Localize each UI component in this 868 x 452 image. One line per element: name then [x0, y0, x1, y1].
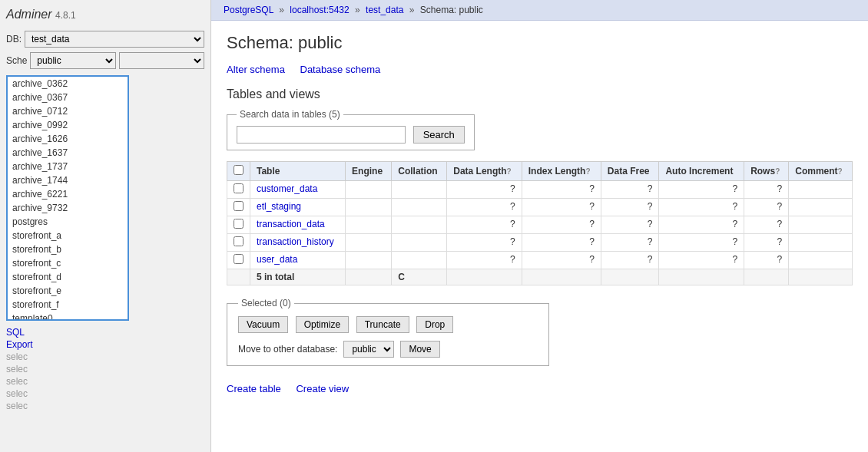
schema-label: Sche: [6, 55, 27, 66]
col-data-free: Data Free: [601, 162, 659, 181]
selected-buttons: Vacuum Optimize Truncate Drop: [238, 316, 538, 333]
dropdown-item[interactable]: archive_0362: [8, 77, 128, 91]
table-link[interactable]: transaction_history: [257, 236, 334, 247]
dropdown-item[interactable]: archive_1744: [8, 173, 128, 187]
database-dropdown[interactable]: archive_0362 archive_0367 archive_0712 a…: [6, 75, 129, 321]
move-button[interactable]: Move: [400, 341, 439, 358]
drop-button[interactable]: Drop: [416, 316, 453, 333]
dropdown-item[interactable]: archive_6221: [8, 187, 128, 201]
app-title: Adminer 4.8.1: [6, 8, 204, 21]
dropdown-item[interactable]: storefront_a: [8, 229, 128, 242]
col-data-length: Data Length?: [447, 162, 522, 181]
footer-links: Create table Create view: [227, 383, 853, 394]
col-rows: Rows?: [744, 162, 789, 181]
row-checkbox[interactable]: [234, 254, 244, 264]
create-table-link[interactable]: Create table: [227, 383, 281, 394]
dropdown-item[interactable]: template0: [8, 312, 128, 319]
breadcrumb-postgresql[interactable]: PostgreSQL: [224, 5, 273, 15]
row-checkbox[interactable]: [234, 219, 244, 229]
row-checkbox[interactable]: [234, 183, 244, 193]
action-links: Alter schema Database schema: [227, 64, 853, 75]
breadcrumb: PostgreSQL » localhost:5432 » test_data …: [211, 0, 868, 21]
row-checkbox[interactable]: [234, 236, 244, 246]
dropdown-item[interactable]: archive_1637: [8, 146, 128, 160]
dropdown-item[interactable]: archive_1737: [8, 160, 128, 173]
table-row: transaction_data ? ? ? ? ?: [227, 216, 853, 234]
dropdown-item[interactable]: storefront_e: [8, 284, 128, 298]
sidebar-links: SQL Export selec selec selec selec selec: [6, 327, 204, 411]
total-collation: C: [392, 269, 447, 285]
schema-select[interactable]: public: [30, 52, 115, 69]
schema-select2[interactable]: [119, 52, 204, 69]
export-link[interactable]: Export: [6, 339, 204, 350]
table-link[interactable]: transaction_data: [257, 219, 325, 229]
database-schema-link[interactable]: Database schema: [300, 64, 381, 75]
total-row: 5 in total C: [227, 269, 853, 285]
create-view-link[interactable]: Create view: [296, 383, 349, 394]
search-legend: Search data in tables (5): [237, 109, 343, 120]
dropdown-item[interactable]: archive_0367: [8, 91, 128, 104]
vacuum-button[interactable]: Vacuum: [238, 316, 288, 333]
table-row: customer_data ? ? ? ? ?: [227, 181, 853, 199]
col-table: Table: [250, 162, 346, 181]
dropdown-item[interactable]: postgres: [8, 215, 128, 229]
select-link-4[interactable]: selec: [6, 388, 204, 399]
table-row: transaction_history ? ? ? ? ?: [227, 234, 853, 252]
breadcrumb-db[interactable]: test_data: [366, 5, 403, 15]
section-heading: Tables and views: [227, 87, 853, 101]
col-collation: Collation: [392, 162, 447, 181]
search-button[interactable]: Search: [413, 126, 465, 144]
dropdown-item[interactable]: storefront_c: [8, 256, 128, 270]
col-comment: Comment?: [789, 162, 853, 181]
dropdown-item[interactable]: archive_1626: [8, 132, 128, 146]
move-select[interactable]: public: [343, 341, 394, 358]
breadcrumb-host[interactable]: localhost:5432: [290, 5, 349, 15]
move-row: Move to other database: public Move: [238, 341, 538, 358]
table-link[interactable]: customer_data: [257, 183, 317, 194]
dropdown-item[interactable]: storefront_f: [8, 298, 128, 312]
alter-schema-link[interactable]: Alter schema: [227, 64, 285, 75]
selected-legend: Selected (0): [238, 298, 294, 308]
col-auto-increment: Auto Increment: [659, 162, 744, 181]
search-fieldset: Search data in tables (5) Search: [227, 109, 475, 150]
db-label: DB:: [6, 34, 22, 45]
select-all-header: [227, 162, 250, 181]
dropdown-item[interactable]: archive_0992: [8, 118, 128, 132]
sql-link[interactable]: SQL: [6, 327, 204, 338]
table-link[interactable]: etl_staging: [257, 201, 301, 212]
select-link-5[interactable]: selec: [6, 401, 204, 411]
main-content: PostgreSQL » localhost:5432 » test_data …: [211, 0, 868, 452]
sidebar: Adminer 4.8.1 DB: test_data Sche public …: [0, 0, 211, 452]
table-body: customer_data ? ? ? ? ? etl_staging ? ? …: [227, 181, 853, 269]
search-input[interactable]: [237, 126, 406, 144]
dropdown-item[interactable]: storefront_d: [8, 270, 128, 284]
page-content: Schema: public Alter schema Database sch…: [211, 21, 868, 407]
optimize-button[interactable]: Optimize: [296, 316, 349, 333]
dropdown-item[interactable]: archive_0712: [8, 104, 128, 118]
select-all-checkbox[interactable]: [234, 165, 244, 175]
breadcrumb-current: Schema: public: [420, 5, 483, 15]
selected-fieldset: Selected (0) Vacuum Optimize Truncate Dr…: [227, 298, 549, 366]
row-checkbox[interactable]: [234, 201, 244, 211]
table-row: user_data ? ? ? ? ?: [227, 252, 853, 269]
db-select[interactable]: test_data: [25, 31, 204, 48]
tables-view: Table Engine Collation Data Length? Inde…: [227, 161, 853, 285]
truncate-button[interactable]: Truncate: [356, 316, 409, 333]
page-title: Schema: public: [227, 33, 853, 53]
total-label: 5 in total: [250, 269, 346, 285]
select-link-1[interactable]: selec: [6, 351, 204, 362]
dropdown-item[interactable]: storefront_b: [8, 242, 128, 256]
col-engine: Engine: [346, 162, 392, 181]
table-row: etl_staging ? ? ? ? ?: [227, 199, 853, 216]
table-link[interactable]: user_data: [257, 254, 297, 265]
select-link-3[interactable]: selec: [6, 376, 204, 387]
dropdown-scroll[interactable]: archive_0362 archive_0367 archive_0712 a…: [8, 77, 128, 319]
select-link-2[interactable]: selec: [6, 364, 204, 374]
move-label: Move to other database:: [238, 344, 337, 355]
col-index-length: Index Length?: [522, 162, 601, 181]
dropdown-item[interactable]: archive_9732: [8, 201, 128, 215]
